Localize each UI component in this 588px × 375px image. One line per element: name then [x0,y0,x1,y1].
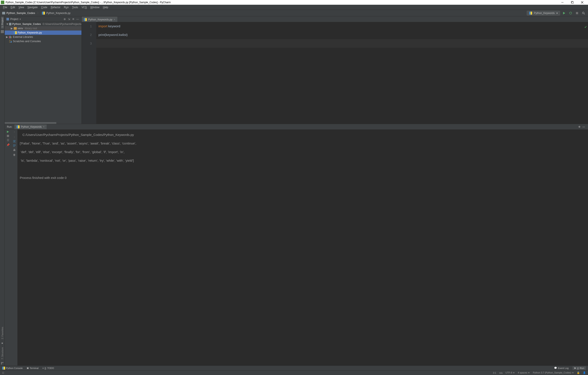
trash-icon[interactable]: 🗑 [13,153,16,156]
scratches-icon [9,40,12,43]
menu-file[interactable]: File [1,5,9,10]
run-panel-header: Run: Python_Keywords × ✲ — [5,124,588,130]
menu-help[interactable]: Help [101,5,110,10]
settings-icon[interactable]: ✲ [577,125,582,128]
svg-rect-16 [9,36,10,38]
breadcrumb-sep: 〉 [37,11,40,15]
status-encoding[interactable]: UTF-8 ≑ [505,371,515,374]
status-inspector-icon[interactable]: 👤 [583,371,586,374]
status-windows-icon[interactable]: ◻ [2,371,4,374]
run-toolbar-right: ↑ ↓ 🖶 🗑 [11,130,18,365]
project-hscroll[interactable] [5,122,82,124]
status-na[interactable]: n/a [499,372,503,374]
run-button[interactable] [562,11,567,15]
expand-icon[interactable]: ▶ [11,27,13,30]
tool-run[interactable]: 4: Run [573,366,586,370]
run-tab[interactable]: Python_Keywords × [14,125,47,129]
navigation-bar: Python_Sample_Codes 〉 Python_Keywords.py… [0,10,588,16]
scroll-icon[interactable] [13,144,16,147]
expand-icon[interactable]: ▶ [6,35,8,39]
pin-icon[interactable]: 📌 [6,143,10,146]
scroll-thumb[interactable] [5,122,56,124]
menu-refactor[interactable]: Refactor [49,5,62,10]
star-icon: ★ [1,342,3,345]
tree-ext-libs[interactable]: ▶ External Libraries [5,35,82,39]
editor-tabs: Python_Keywords.py × [82,16,588,22]
dropdown-icon[interactable]: ▾ [20,18,21,21]
search-everywhere-button[interactable] [581,11,586,15]
expand-icon[interactable]: ⇲ [67,17,71,21]
project-panel-header: Project ▾ ⊕ ⇲ ✲ — [5,16,82,22]
expand-icon[interactable]: ▼ [6,22,8,26]
debug-button[interactable] [568,11,573,15]
fn-print: print [98,33,105,37]
settings-icon[interactable]: ✲ [71,17,75,21]
project-panel-title[interactable]: Project [10,18,18,21]
tool-tab-favorites[interactable]: 2: Favorites [1,325,4,341]
python-icon [529,12,532,15]
tool-todo[interactable]: ≡ 6: TODO [42,367,54,369]
status-lock-icon[interactable]: 🔓 [577,371,580,374]
menu-view[interactable]: View [17,5,26,10]
tool-event-log[interactable]: 💬 Event Log [554,367,569,369]
status-interpreter[interactable]: Python 3.7 (Python_Sample_Codes) ≑ [533,371,574,374]
print-icon[interactable]: 🖶 [13,149,16,152]
svg-rect-10 [576,12,578,14]
window-title: Python_Sample_Codes [C:\Users\User\Pycha… [6,1,557,4]
menu-window[interactable]: Window [89,5,101,10]
event-log-label: Event Log [558,367,569,369]
stop-icon[interactable] [7,135,9,137]
menu-code[interactable]: Code [39,5,49,10]
inspection-ok-icon[interactable]: ✔ [584,23,587,32]
run-icon [574,367,576,369]
close-icon[interactable]: × [43,125,44,128]
project-tree[interactable]: ▼ Python_Sample_Codes C:\Users\User\Pych… [5,22,82,122]
code-text[interactable]: import keyword print(keyword.kwlist) [96,22,588,124]
run-config-name: Python_Keywords [534,12,555,15]
rerun-icon[interactable] [7,130,9,133]
up-icon[interactable]: ↑ [14,130,15,134]
menu-navigate[interactable]: Navigate [26,5,39,10]
tree-ext-libs-label: External Libraries [13,35,33,39]
menu-tools[interactable]: Tools [70,5,80,10]
minimize-button[interactable] [557,0,567,5]
svg-rect-17 [10,36,10,38]
tree-scratches[interactable]: Scratches and Consoles [5,39,82,43]
wrap-icon[interactable] [13,140,16,143]
menu-vcs[interactable]: VCS [80,5,89,10]
tree-file[interactable]: Python_Keywords.py [5,31,82,35]
folder-icon [9,23,11,25]
editor-tab[interactable]: Python_Keywords.py × [82,17,117,22]
menu-run[interactable]: Run [62,5,70,10]
down-icon[interactable]: ↓ [14,135,15,138]
structure-icon [1,362,4,365]
dock-icon[interactable] [1,30,4,33]
status-indent[interactable]: 4 spaces ≑ [518,371,530,374]
menu-edit[interactable]: Edit [9,5,17,10]
dropdown-icon: ▾ [556,12,558,15]
run-toolbar-left: ☷ 📌 [5,130,11,365]
close-button[interactable] [577,0,587,5]
tree-venv[interactable]: ▶ venv library root [5,26,82,31]
status-position[interactable]: 3:1 [493,372,496,374]
tool-tab-structure[interactable]: 7: Structure [1,345,4,361]
tree-root[interactable]: ▼ Python_Sample_Codes C:\Users\User\Pych… [5,22,82,26]
tool-python-console[interactable]: Python Console [2,367,23,370]
locate-icon[interactable]: ⊕ [63,17,67,21]
maximize-button[interactable] [567,0,577,5]
code-editor[interactable]: 1 2 3 import keyword print(keyword.kwlis… [82,22,588,124]
run-output[interactable]: C:/Users/User/PycharmProjects/Python_Sam… [18,130,588,365]
breadcrumb-project[interactable]: Python_Sample_Codes [6,12,35,15]
tool-terminal[interactable]: ▣ Terminal [27,367,39,369]
layout-icon[interactable]: ☷ [7,139,9,142]
svg-point-20 [10,41,12,43]
line-number: 3 [82,39,92,48]
run-config-selector[interactable]: Python_Keywords ▾ [527,11,560,15]
close-icon[interactable]: × [114,18,115,21]
hide-icon[interactable]: — [75,17,80,21]
tool-tab-project[interactable]: 1: Project [1,16,4,29]
breadcrumb-file[interactable]: Python_Keywords.py [46,12,71,15]
stop-button[interactable] [575,11,579,15]
hide-icon[interactable]: — [582,125,586,128]
svg-rect-13 [1,362,2,363]
